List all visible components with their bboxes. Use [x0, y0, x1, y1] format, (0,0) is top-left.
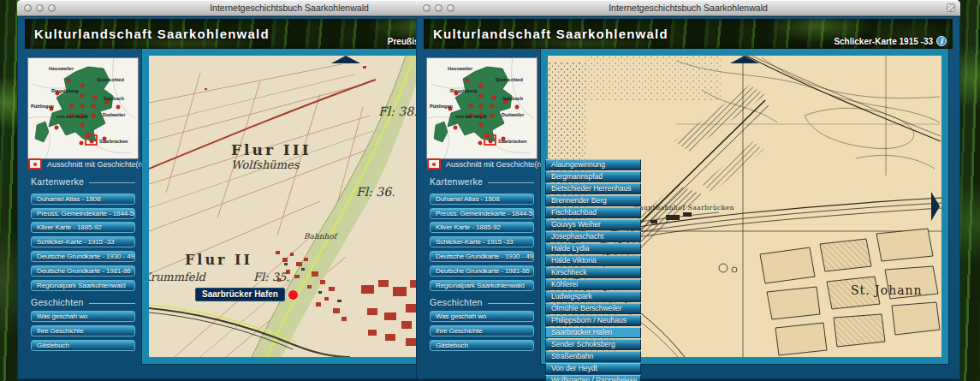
legend-label: Ausschnitt mit Geschichte(n) — [47, 160, 146, 169]
story-marker-dot-icon[interactable] — [288, 289, 299, 301]
map-layer-button[interactable]: Preuss. Gemeindekarte - 1844-56 — [430, 208, 534, 219]
pan-up-arrow-icon[interactable] — [730, 56, 759, 63]
svg-text:Sulzbach: Sulzbach — [104, 96, 125, 101]
story-list-item[interactable]: Ludwigspark — [545, 291, 641, 302]
minimap-legend: Ausschnitt mit Geschichte(n) — [28, 158, 146, 170]
svg-text:Sulzbach: Sulzbach — [502, 96, 524, 101]
current-map-title: Schlicker-Karte 1915 -33 i — [834, 36, 947, 46]
svg-text:Quierschied: Quierschied — [97, 77, 124, 82]
story-list-item[interactable]: Kirschheck — [545, 267, 641, 278]
map-layer-button[interactable]: Schlicker-Karte - 1915 -33 — [430, 236, 534, 247]
map-layer-button[interactable]: Kliver Karte - 1885-92 — [430, 222, 534, 233]
overview-minimap[interactable]: Heusweiler Quierschied Riegelsberg Sulzb… — [427, 58, 537, 158]
story-button[interactable]: Ihre Geschichte — [430, 325, 534, 336]
map-layer-button[interactable]: Deutsche Grundkarte - 1981-86 — [430, 265, 534, 277]
legend-label: Ausschnitt mit Geschichte(n) — [446, 160, 544, 169]
titlebar-resize-icon[interactable] — [947, 3, 955, 12]
story-list-item[interactable]: Josephaschacht — [545, 231, 641, 242]
geschichten-heading: Geschichten — [430, 297, 534, 307]
story-button[interactable]: Gästebuch — [430, 340, 534, 351]
kartenwerke-heading: Kartenwerke — [430, 176, 534, 187]
map-layer-button[interactable]: Deutsche Grundkarte - 1981-86 — [31, 265, 135, 277]
map-label-fl36: Fl: 36. — [356, 185, 395, 199]
window-right: Internetgeschichtsbuch Saarkohlenwald Ku… — [416, 0, 960, 381]
current-map-title-text: Schlicker-Karte 1915 -33 — [834, 37, 933, 46]
map-label-fl35: Fl: 35. — [253, 271, 289, 283]
story-list-item[interactable]: Bietschieder Herrenhaus — [545, 183, 641, 194]
svg-text:Dudweiler: Dudweiler — [502, 112, 525, 117]
close-button[interactable] — [423, 4, 431, 12]
minimap-legend: Ausschnitt mit Geschichte(n) — [427, 158, 544, 170]
map-label-st-johann: St. Johann — [851, 283, 923, 297]
story-list-item[interactable]: Sender Schoksberg — [545, 339, 641, 350]
map-layer-button[interactable]: Deutsche Grundkarte - 1930 - 49 — [31, 251, 135, 262]
svg-text:Heusweiler: Heusweiler — [448, 66, 473, 71]
app-title: Kulturlandschaft Saarkohlenwald — [34, 27, 270, 41]
svg-text:von der Heydt: von der Heydt — [455, 114, 487, 119]
minimap-graphic: Heusweiler Quierschied Riegelsberg Sulzb… — [28, 58, 138, 158]
story-list-item[interactable]: Halde Viktoria — [545, 255, 641, 266]
story-marker-label[interactable]: Saarbrücker Hafen — [195, 288, 285, 301]
story-button[interactable]: Was geschah wo — [31, 311, 135, 322]
pan-up-arrow-icon[interactable] — [331, 56, 360, 63]
svg-text:von der Heydt: von der Heydt — [56, 114, 88, 119]
info-icon[interactable]: i — [936, 36, 947, 46]
svg-text:Saarbrücken: Saarbrücken — [99, 139, 128, 144]
geschichten-heading: Geschichten — [31, 297, 135, 307]
map-label-bahnhof: Bahnhof — [304, 232, 339, 241]
svg-text:Püttlingen: Püttlingen — [31, 104, 55, 109]
story-list-item[interactable]: Fischbachbad — [545, 207, 641, 218]
close-button[interactable] — [24, 4, 32, 12]
app-title: Kulturlandschaft Saarkohlenwald — [433, 27, 668, 41]
story-list-item[interactable]: Köhlerei — [545, 279, 641, 290]
map-layer-button[interactable]: Preuss. Gemeindekarte - 1844-56 — [31, 208, 135, 219]
map-label-hauptbahnhof: Hauptbahnhof Saarbrücken — [633, 204, 734, 211]
story-list-item[interactable]: Alaungewinnung — [545, 159, 641, 170]
map-label-krummfeld: Krummfeld — [149, 271, 207, 283]
story-list-item[interactable]: Brennender Berg — [545, 195, 641, 206]
story-list-item[interactable]: Von der Heydt — [545, 363, 641, 374]
pan-right-arrow-icon[interactable] — [931, 192, 940, 221]
svg-text:Saarbrücken: Saarbrücken — [498, 139, 527, 144]
story-list-item[interactable]: Wolfsgarten / Pappelwiese — [545, 375, 641, 381]
story-list-item[interactable]: Halde Lydia — [545, 243, 641, 254]
map-layer-button[interactable]: Duhamel Atlas - 1808 — [31, 193, 135, 205]
window-title: Internetgeschichtsbuch Saarkohlenwald — [450, 3, 926, 13]
map-layer-button[interactable]: Kliver Karte - 1885-92 — [31, 222, 135, 233]
overview-minimap[interactable]: Heusweiler Quierschied Riegelsberg Sulzb… — [28, 58, 138, 158]
map-label-fl38: Fl: 38. — [378, 104, 418, 118]
story-list-item[interactable]: Gouvys Weiher — [545, 219, 641, 230]
minimize-button[interactable] — [36, 4, 44, 12]
svg-text:Dudweiler: Dudweiler — [103, 112, 126, 117]
story-list-item[interactable]: Ölmühle Berschweiler — [545, 303, 641, 314]
story-button[interactable]: Gästebuch — [31, 340, 135, 351]
map-label-flur3: Flur III — [231, 141, 312, 158]
svg-text:Heusweiler: Heusweiler — [49, 66, 74, 71]
titlebar[interactable]: Internetgeschichtsbuch Saarkohlenwald — [416, 0, 960, 16]
svg-text:Quierschied: Quierschied — [496, 77, 523, 82]
minimize-button[interactable] — [435, 4, 442, 12]
story-button[interactable]: Was geschah wo — [430, 311, 534, 322]
story-list-item[interactable]: Straßenbahn — [545, 351, 641, 362]
story-button[interactable]: Ihre Geschichte — [31, 325, 135, 336]
map-label-wolfshuemes: Wolfshümes — [231, 158, 300, 171]
map-layer-button[interactable]: Regionalpark Saarkohlenwald — [31, 280, 135, 291]
stories-dropdown: Alaungewinnung Bergmannspfad Bietschiede… — [545, 159, 641, 381]
kartenwerke-heading: Kartenwerke — [31, 176, 135, 187]
map-layer-button[interactable]: Deutsche Grundkarte - 1930 - 49 — [430, 251, 534, 262]
map-layer-button[interactable]: Duhamel Atlas - 1808 — [430, 193, 534, 205]
svg-text:Püttlingen: Püttlingen — [430, 104, 454, 109]
map-label-flur2: Flur II — [185, 252, 252, 268]
map-layer-button[interactable]: Schlicker-Karte - 1915 -33 — [31, 236, 135, 247]
legend-extent-icon — [28, 158, 42, 170]
svg-text:Riegelsberg: Riegelsberg — [51, 88, 78, 93]
story-list-item-selected[interactable]: Saarbrücker Hafen — [545, 327, 641, 338]
header-banner: Kulturlandschaft Saarkohlenwald Schlicke… — [424, 19, 953, 49]
map-layer-button[interactable]: Regionalpark Saarkohlenwald — [430, 280, 534, 291]
story-marker[interactable]: Saarbrücker Hafen — [195, 288, 299, 301]
story-list-item[interactable]: Philippsborn / Neuhaus — [545, 315, 641, 326]
legend-extent-icon — [427, 158, 441, 170]
minimap-graphic: Heusweiler Quierschied Riegelsberg Sulzb… — [427, 58, 537, 158]
desktop: { "os": { "window_title": "Internetgesch… — [0, 0, 980, 381]
story-list-item[interactable]: Bergmannspfad — [545, 171, 641, 182]
